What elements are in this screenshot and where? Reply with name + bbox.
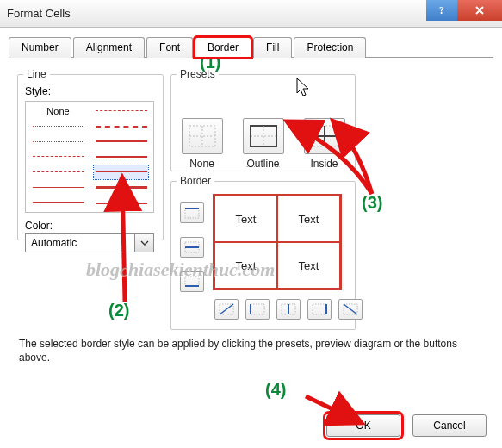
line-style-opt[interactable] xyxy=(31,120,85,134)
tabstrip: Number Alignment Font Border Fill Protec… xyxy=(9,36,493,58)
preset-none-label: None xyxy=(189,158,214,170)
border-preview[interactable]: Text Text Text Text xyxy=(213,194,342,290)
line-style-opt[interactable] xyxy=(94,104,148,118)
line-style-opt[interactable] xyxy=(31,150,85,164)
border-hmid-button[interactable] xyxy=(180,237,204,258)
preset-none-icon xyxy=(182,118,223,154)
preset-inside-icon xyxy=(304,118,345,154)
tab-number[interactable]: Number xyxy=(9,37,71,58)
border-right-button[interactable] xyxy=(307,299,332,320)
line-style-opt[interactable] xyxy=(31,196,85,209)
group-line-label: Line xyxy=(23,68,50,80)
line-style-opt[interactable] xyxy=(31,134,85,148)
group-presets: Presets None Outline Inside xyxy=(170,68,356,171)
style-label: Style: xyxy=(25,85,51,97)
preset-outline-label: Outline xyxy=(246,158,279,170)
preset-outline-icon xyxy=(243,118,284,154)
preview-cell: Text xyxy=(214,242,277,289)
tab-protection[interactable]: Protection xyxy=(294,37,366,58)
line-style-none[interactable]: None xyxy=(31,104,85,118)
button-bar: OK Cancel xyxy=(0,407,502,445)
color-label: Color: xyxy=(25,220,53,232)
group-presets-label: Presets xyxy=(177,68,219,80)
preset-inside[interactable]: Inside xyxy=(304,118,345,170)
close-button[interactable] xyxy=(457,0,502,21)
group-border: Border Text Text Text Text xyxy=(170,175,356,330)
window-buttons: ? xyxy=(426,0,502,21)
group-border-label: Border xyxy=(177,175,214,187)
description-text: The selected border style can be applied… xyxy=(19,337,483,364)
color-select[interactable]: Automatic xyxy=(25,233,154,252)
preview-cell: Text xyxy=(214,196,277,242)
window-title: Format Cells xyxy=(7,7,71,20)
color-value: Automatic xyxy=(26,234,134,252)
tab-alignment[interactable]: Alignment xyxy=(73,37,145,58)
border-bottom-button[interactable] xyxy=(180,271,204,292)
line-style-opt[interactable] xyxy=(94,150,148,164)
tab-fill[interactable]: Fill xyxy=(253,37,292,58)
chevron-down-icon[interactable] xyxy=(134,234,153,252)
preset-outline[interactable]: Outline xyxy=(243,118,284,170)
titlebar: Format Cells ? xyxy=(0,0,502,28)
cancel-button[interactable]: Cancel xyxy=(412,414,487,437)
border-diag-down-button[interactable] xyxy=(338,299,363,320)
tab-font[interactable]: Font xyxy=(146,37,193,58)
border-top-button[interactable] xyxy=(180,202,204,223)
svg-text:?: ? xyxy=(439,4,444,16)
svg-rect-22 xyxy=(313,304,326,314)
line-style-list[interactable]: None xyxy=(25,101,154,213)
panel: Line Style: None Color: Automatic xyxy=(9,58,493,402)
preset-none[interactable]: None xyxy=(182,118,223,170)
ok-button[interactable]: OK xyxy=(326,414,400,437)
svg-line-17 xyxy=(220,304,233,314)
line-style-opt[interactable] xyxy=(94,120,148,134)
tab-border[interactable]: Border xyxy=(195,37,251,58)
preset-inside-label: Inside xyxy=(310,158,338,170)
border-diag-up-button[interactable] xyxy=(214,299,239,320)
line-style-opt[interactable] xyxy=(31,181,85,195)
group-line: Line Style: None Color: Automatic xyxy=(17,68,164,240)
border-left-button[interactable] xyxy=(245,299,270,320)
help-button[interactable]: ? xyxy=(426,0,457,21)
line-style-opt[interactable] xyxy=(94,196,148,209)
line-style-opt[interactable] xyxy=(94,181,148,195)
border-vmid-button[interactable] xyxy=(276,299,301,320)
line-style-opt[interactable] xyxy=(94,134,148,148)
svg-line-25 xyxy=(344,304,357,314)
preview-cell: Text xyxy=(277,242,340,289)
svg-rect-18 xyxy=(251,304,264,314)
svg-rect-14 xyxy=(185,277,199,286)
line-style-opt[interactable] xyxy=(31,165,85,179)
line-style-selected[interactable] xyxy=(94,165,148,179)
svg-rect-10 xyxy=(185,208,199,218)
preview-cell: Text xyxy=(277,196,340,242)
